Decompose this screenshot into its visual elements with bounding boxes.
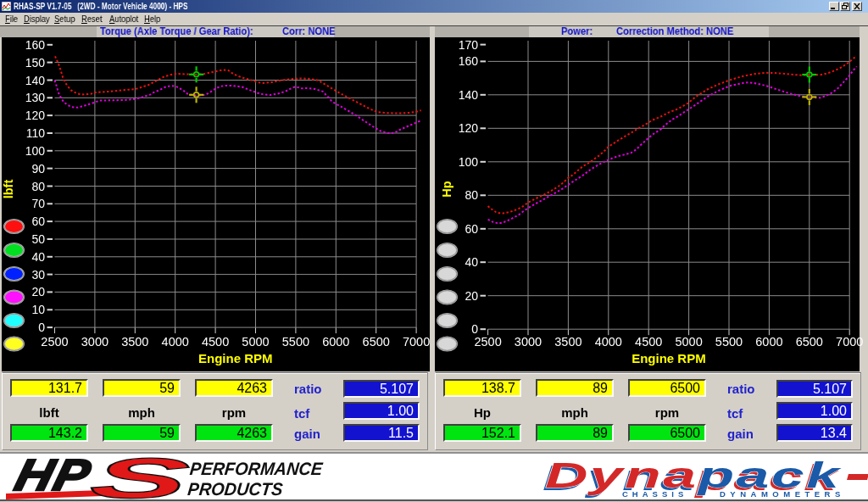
svg-text:DYNAMOMETERS: DYNAMOMETERS [720, 489, 845, 499]
svg-text:80: 80 [465, 188, 478, 202]
svg-text:S: S [86, 446, 193, 502]
svg-text:CHASSIS: CHASSIS [622, 489, 687, 499]
svg-text:80: 80 [31, 180, 45, 193]
svg-text:4500: 4500 [202, 335, 229, 349]
svg-text:Hp: Hp [440, 181, 453, 197]
svg-text:120: 120 [25, 109, 46, 122]
svg-text:130: 130 [25, 91, 46, 104]
svg-text:170: 170 [459, 38, 479, 52]
svg-text:150: 150 [25, 56, 46, 70]
svg-text:30: 30 [31, 268, 45, 282]
svg-text:PRODUCTS: PRODUCTS [186, 479, 284, 499]
svg-text:160: 160 [459, 54, 479, 68]
svg-text:3500: 3500 [121, 335, 148, 349]
svg-text:4000: 4000 [162, 335, 189, 349]
svg-text:Engine RPM: Engine RPM [632, 351, 706, 365]
svg-text:5500: 5500 [715, 335, 743, 349]
svg-text:100: 100 [25, 144, 46, 158]
svg-text:6000: 6000 [322, 335, 349, 349]
svg-text:5000: 5000 [675, 335, 702, 349]
svg-text:3000: 3000 [515, 335, 542, 349]
svg-text:120: 120 [459, 121, 479, 135]
svg-text:7000: 7000 [836, 335, 863, 349]
svg-text:7000: 7000 [403, 335, 430, 349]
svg-text:Engine RPM: Engine RPM [198, 351, 273, 365]
svg-text:0: 0 [38, 321, 45, 334]
svg-text:140: 140 [25, 74, 46, 87]
svg-text:40: 40 [465, 255, 478, 269]
svg-text:2500: 2500 [41, 335, 68, 349]
svg-text:4000: 4000 [595, 335, 622, 349]
svg-text:70: 70 [31, 197, 45, 210]
svg-text:110: 110 [26, 126, 46, 140]
svg-text:3000: 3000 [81, 335, 108, 349]
svg-text:5500: 5500 [282, 335, 309, 349]
svg-text:6500: 6500 [796, 335, 823, 349]
svg-text:6000: 6000 [755, 335, 782, 349]
svg-text:60: 60 [31, 215, 45, 228]
svg-text:20: 20 [465, 289, 478, 303]
svg-text:100: 100 [459, 155, 479, 169]
svg-text:5000: 5000 [242, 335, 269, 349]
svg-text:40: 40 [31, 250, 45, 264]
svg-text:50: 50 [31, 232, 45, 246]
svg-text:3500: 3500 [554, 335, 581, 349]
svg-text:2500: 2500 [474, 335, 501, 349]
svg-text:6500: 6500 [363, 335, 390, 349]
svg-text:140: 140 [459, 88, 479, 102]
svg-text:lbft: lbft [2, 180, 15, 199]
svg-text:90: 90 [31, 162, 45, 176]
svg-text:60: 60 [465, 222, 478, 236]
svg-text:160: 160 [25, 38, 46, 52]
svg-text:HP: HP [10, 450, 97, 499]
svg-text:10: 10 [31, 303, 45, 316]
svg-text:4500: 4500 [635, 335, 662, 349]
svg-text:PERFORMANCE: PERFORMANCE [189, 459, 325, 479]
svg-text:20: 20 [31, 285, 45, 298]
